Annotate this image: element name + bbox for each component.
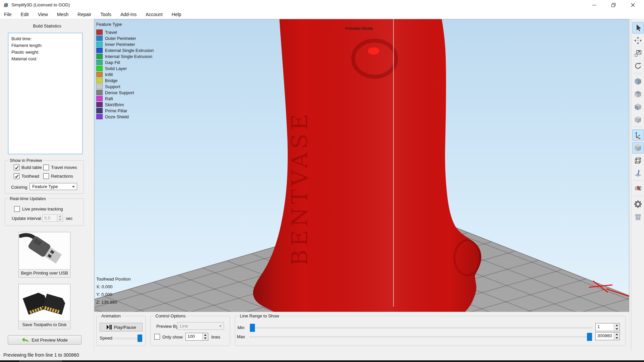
legend-label: Ooze Shield	[105, 114, 129, 119]
only-show-lines-spinner[interactable]: 100	[185, 333, 208, 341]
build-statistics-box: Build time:Filament length:Plastic weigh…	[8, 33, 83, 154]
toolhead-checkbox[interactable]	[14, 173, 19, 179]
axes-view-button[interactable]	[632, 129, 644, 141]
select-tool-button[interactable]	[632, 22, 644, 34]
wireframe-render-button[interactable]	[632, 155, 644, 166]
menu-item-mesh[interactable]: Mesh	[56, 12, 69, 17]
restore-button[interactable]	[604, 0, 623, 10]
surface-normal-button[interactable]	[632, 168, 644, 179]
legend-swatch	[96, 60, 103, 65]
min-line-spinner[interactable]: 1	[595, 323, 620, 331]
legend-label: Travel	[105, 30, 117, 35]
taskbar-edge	[0, 360, 644, 362]
legend-swatch	[96, 66, 103, 71]
show-in-preview-title: Show in Preview	[8, 158, 43, 163]
legend-item: Infill	[96, 71, 154, 77]
window-title: Simplify3D (Licensed to GOD)	[11, 0, 70, 10]
legend-swatch	[96, 36, 103, 41]
cross-section-button[interactable]	[632, 183, 644, 194]
only-show-checkbox[interactable]	[154, 334, 160, 340]
view-cube-2-button[interactable]	[632, 88, 644, 100]
spin-down-icon	[615, 328, 618, 330]
max-line-slider-track[interactable]	[250, 336, 592, 338]
spinner-arrows[interactable]	[614, 333, 620, 340]
preview-by-dropdown[interactable]: Line	[177, 322, 224, 330]
coloring-label: Coloring	[11, 185, 27, 190]
menu-item-help[interactable]: Help	[171, 12, 182, 17]
close-button[interactable]	[623, 0, 643, 10]
legend-item: Skirt/Brim	[96, 102, 154, 108]
speed-slider-thumb[interactable]	[138, 335, 142, 342]
view-cube-4-button[interactable]	[632, 114, 644, 125]
menu-item-edit[interactable]: Edit	[20, 12, 30, 17]
legend-label: Dense Support	[105, 90, 134, 95]
menu-item-view[interactable]: View	[37, 12, 49, 17]
legend-label: External Single Extrusion	[105, 48, 154, 53]
solid-render-button[interactable]	[632, 142, 644, 154]
stat-line: Filament length:	[11, 42, 79, 49]
save-toolpaths-button[interactable]: Save Toolpaths to Disk	[18, 284, 70, 329]
spinner-arrows[interactable]	[202, 333, 208, 340]
legend-item: Internal Single Extrusion	[96, 53, 154, 59]
rotate-tool-button[interactable]	[632, 60, 644, 72]
menu-item-file[interactable]: File	[3, 12, 12, 17]
toolbar-divider	[633, 73, 643, 73]
only-show-lines-value: 100	[186, 333, 202, 340]
checkbox-item-travel-moves[interactable]: Travel moves	[43, 165, 83, 170]
menu-item-tools[interactable]: Tools	[100, 12, 112, 17]
begin-printing-usb-button[interactable]: Begin Printing over USB	[18, 232, 70, 278]
spin-up-icon	[59, 216, 61, 217]
menu-item-account[interactable]: Account	[145, 12, 163, 17]
view-cube-3-button[interactable]	[632, 101, 644, 113]
menu-item-add-ins[interactable]: Add-Ins	[120, 12, 137, 17]
travel-moves-checkbox[interactable]	[43, 165, 49, 170]
exit-preview-mode-button[interactable]: Exit Preview Mode	[8, 335, 82, 345]
build-table-checkbox[interactable]	[14, 165, 19, 170]
menu-item-repair[interactable]: Repair	[77, 12, 92, 17]
checkbox-label: Travel moves	[51, 165, 77, 170]
preview-mode-label: Preview Mode	[345, 26, 373, 31]
move-tool-button[interactable]	[632, 35, 644, 46]
exit-preview-mode-label: Exit Preview Mode	[32, 338, 68, 343]
legend-label: Gap Fill	[105, 60, 120, 65]
retractions-checkbox[interactable]	[43, 173, 49, 179]
vase-top-highlight	[368, 47, 379, 55]
gear-icon	[634, 200, 642, 208]
toolhead-position-readout: Toolhead Position X: 0.000 Y: 0.000 Z: 1…	[96, 277, 131, 307]
preview-3d-viewport[interactable]: BENTVASE Feature Type TravelOuter Perime…	[94, 19, 629, 312]
update-interval-value: 5.0	[43, 215, 57, 221]
restore-icon	[611, 3, 615, 7]
scale-tool-button[interactable]	[632, 48, 644, 59]
spinner-arrows[interactable]	[614, 323, 620, 331]
update-interval-spinner[interactable]: 5.0	[42, 215, 63, 222]
checkbox-item-toolhead[interactable]: Toolhead	[14, 173, 43, 179]
checkbox-item-build-table[interactable]: Build table	[14, 165, 43, 170]
checkbox-item-retractions[interactable]: Retractions	[43, 173, 83, 179]
max-line-slider-thumb[interactable]	[587, 333, 592, 341]
chevron-down-icon	[72, 186, 75, 188]
save-toolpaths-label: Save Toolpaths to Disk	[19, 321, 70, 328]
title-bar[interactable]: Simplify3D (Licensed to GOD)	[0, 0, 644, 10]
play-pause-button[interactable]: Play/Pause	[100, 323, 143, 331]
min-line-slider-thumb[interactable]	[250, 324, 255, 332]
toolhead-y: Y: 0.000	[96, 292, 131, 297]
spinner-arrows[interactable]	[57, 215, 63, 221]
legend-item: Inner Perimeter	[96, 41, 154, 47]
view-cube-1-button[interactable]	[632, 76, 644, 87]
max-line-value: 300860	[596, 333, 614, 340]
legend-label: Prime Pillar	[105, 108, 127, 113]
panel-divider	[94, 19, 94, 351]
support-structures-button[interactable]	[632, 211, 644, 223]
legend-item: Ooze Shield	[96, 114, 154, 120]
max-line-spinner[interactable]: 300860	[595, 332, 620, 340]
legend-swatch	[96, 84, 103, 89]
minimize-button[interactable]	[584, 0, 604, 10]
live-preview-tracking-checkbox[interactable]	[14, 206, 20, 212]
coloring-dropdown[interactable]: Feature Type	[30, 183, 77, 190]
min-line-slider-track[interactable]	[250, 327, 592, 328]
update-interval-label: Update interval	[12, 216, 41, 221]
play-pause-label: Play/Pause	[114, 325, 136, 330]
settings-button[interactable]	[632, 198, 644, 210]
stat-line: Plastic weight:	[11, 49, 79, 56]
legend-swatch	[96, 96, 103, 101]
